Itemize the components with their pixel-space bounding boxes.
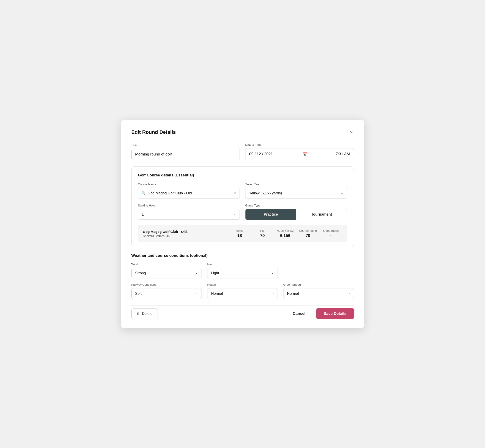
- save-button[interactable]: Save Details: [316, 308, 354, 319]
- green-speed-label: Green Speed: [283, 283, 354, 286]
- footer-row: 🗑 Delete Cancel Save Details: [131, 305, 354, 319]
- yards-label: Yards(Yellow): [274, 229, 297, 232]
- delete-label: Delete: [142, 312, 153, 316]
- slope-rating-label: Slope rating: [319, 229, 342, 232]
- starting-hole-label: Starting Hole: [138, 204, 240, 207]
- modal-header: Edit Round Details ×: [131, 129, 354, 136]
- green-speed-dropdown[interactable]: Slow Normal Fast Very Fast: [283, 288, 354, 299]
- course-info-name-text: Gog Magog Golf Club - Old,: [143, 230, 228, 233]
- golf-course-title: Golf Course details (Essential): [138, 173, 347, 177]
- date-month: 05: [249, 152, 253, 156]
- game-type-col: Game Type Practice Tournament: [245, 204, 347, 220]
- title-field: Title: [131, 144, 240, 160]
- date-value: 05 / 12 / 2021: [249, 152, 273, 156]
- fairway-label: Fairway Conditions: [131, 283, 202, 286]
- rain-dropdown[interactable]: None Light Moderate Heavy: [207, 268, 278, 278]
- game-type-label: Game Type: [245, 204, 347, 207]
- fairway-dropdown[interactable]: Dry Normal Soft Wet: [131, 288, 202, 299]
- weather-title: Weather and course conditions (optional): [131, 253, 354, 258]
- title-label: Title: [131, 144, 240, 147]
- yards-stat: Yards(Yellow) 6,156: [274, 229, 297, 238]
- holes-label: Holes: [228, 229, 251, 232]
- date-time-row: 05 / 12 / 2021 📅 7:31 AM: [245, 148, 354, 160]
- wind-col: Wind Calm Light Moderate Strong: [131, 263, 202, 278]
- course-rating-stat: Course rating 70: [297, 229, 319, 238]
- rough-dropdown[interactable]: Short Normal Long: [207, 288, 278, 299]
- delete-button[interactable]: 🗑 Delete: [131, 308, 158, 319]
- green-speed-col: Green Speed Slow Normal Fast Very Fast: [283, 283, 354, 299]
- course-info-name: Gog Magog Golf Club - Old, Shelford Bott…: [143, 230, 228, 238]
- wind-rain-row: Wind Calm Light Moderate Strong Rain Non…: [131, 263, 354, 278]
- holes-value: 18: [228, 233, 251, 238]
- course-name-input[interactable]: [148, 188, 234, 199]
- wind-dropdown[interactable]: Calm Light Moderate Strong: [131, 268, 202, 278]
- date-input[interactable]: 05 / 12 / 2021 📅: [245, 148, 311, 160]
- course-tee-row: Course Name 🔍 ✕ Select Tee Yellow (6,156…: [138, 183, 347, 199]
- calendar-icon: 📅: [302, 152, 307, 157]
- course-name-col: Course Name 🔍 ✕: [138, 183, 240, 199]
- practice-button[interactable]: Practice: [245, 209, 296, 220]
- modal-title: Edit Round Details: [131, 129, 176, 135]
- starting-hole-col: Starting Hole 1 2 10: [138, 204, 240, 220]
- rough-label: Rough: [207, 283, 278, 286]
- time-input[interactable]: 7:31 AM: [311, 148, 354, 160]
- select-tee-col: Select Tee Yellow (6,156 yards) White Re…: [245, 183, 347, 199]
- golf-course-section: Golf Course details (Essential) Course N…: [131, 166, 354, 247]
- rough-col: Rough Short Normal Long: [207, 283, 278, 299]
- hole-gametype-row: Starting Hole 1 2 10 Game Type Practice …: [138, 204, 347, 220]
- yards-value: 6,156: [274, 233, 297, 238]
- date-time-field: Date & Time 05 / 12 / 2021 📅 7:31 AM: [245, 143, 354, 160]
- date-time-label: Date & Time: [245, 143, 354, 146]
- title-input[interactable]: [131, 149, 240, 160]
- starting-hole-dropdown[interactable]: 1 2 10: [138, 209, 240, 220]
- slope-rating-value: -: [319, 233, 342, 238]
- top-row: Title Date & Time 05 / 12 / 2021 📅 7: [131, 143, 354, 160]
- fairway-rough-green-row: Fairway Conditions Dry Normal Soft Wet R…: [131, 283, 354, 299]
- date-year: 2021: [264, 152, 273, 156]
- clear-icon[interactable]: ✕: [233, 191, 236, 196]
- par-label: Par: [251, 229, 274, 232]
- select-tee-dropdown[interactable]: Yellow (6,156 yards) White Red Blue: [245, 188, 347, 199]
- search-icon: 🔍: [141, 191, 146, 196]
- close-button[interactable]: ×: [349, 129, 354, 136]
- course-rating-label: Course rating: [297, 229, 319, 232]
- footer-right: Cancel Save Details: [288, 308, 354, 319]
- date-day: 12: [257, 152, 261, 156]
- rain-label: Rain: [207, 263, 278, 266]
- par-value: 70: [251, 233, 274, 238]
- course-info-location: Shelford Bottom, UK: [143, 234, 228, 238]
- par-stat: Par 70: [251, 229, 274, 238]
- fairway-col: Fairway Conditions Dry Normal Soft Wet: [131, 283, 202, 299]
- cancel-button[interactable]: Cancel: [288, 308, 310, 319]
- time-value: 7:31 AM: [336, 152, 350, 156]
- wind-label: Wind: [131, 263, 202, 266]
- course-rating-value: 70: [297, 233, 319, 238]
- trash-icon: 🗑: [137, 312, 140, 316]
- course-info-bar: Gog Magog Golf Club - Old, Shelford Bott…: [138, 225, 347, 242]
- holes-stat: Holes 18: [228, 229, 251, 238]
- slope-rating-stat: Slope rating -: [319, 229, 342, 238]
- edit-round-modal: Edit Round Details × Title Date & Time 0…: [121, 120, 364, 328]
- course-input-wrapper[interactable]: 🔍 ✕: [138, 188, 240, 199]
- course-name-label: Course Name: [138, 183, 240, 186]
- tournament-button[interactable]: Tournament: [296, 209, 347, 220]
- rain-col: Rain None Light Moderate Heavy: [207, 263, 278, 278]
- weather-section: Weather and course conditions (optional)…: [131, 253, 354, 299]
- game-type-toggle: Practice Tournament: [245, 209, 347, 220]
- select-tee-label: Select Tee: [245, 183, 347, 186]
